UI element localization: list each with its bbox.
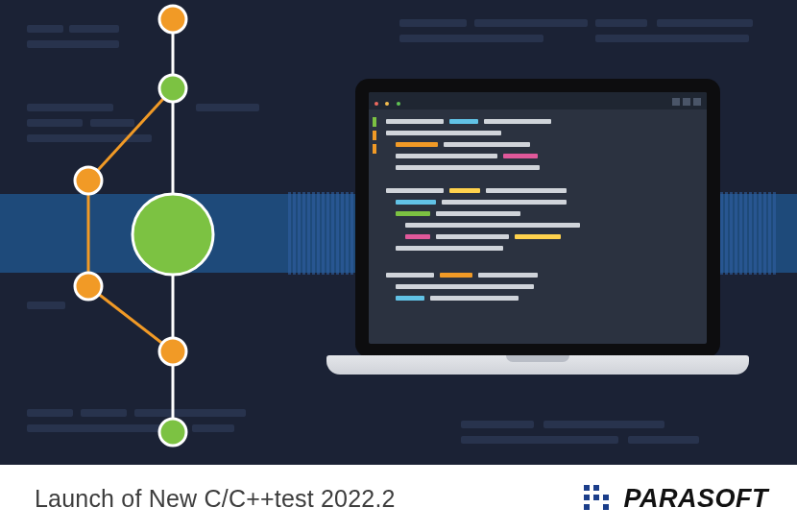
svg-point-7 <box>159 6 186 33</box>
brand-mark-icon <box>584 485 616 512</box>
svg-line-6 <box>88 286 173 351</box>
laptop-base <box>326 355 749 375</box>
window-controls <box>669 92 701 109</box>
editor-titlebar <box>369 92 707 109</box>
svg-point-8 <box>159 75 186 102</box>
svg-rect-15 <box>593 485 599 491</box>
svg-rect-19 <box>584 504 590 510</box>
brand-name: PARASOFT <box>624 484 769 514</box>
laptop-bezel <box>355 79 720 357</box>
laptop-notch <box>506 355 569 362</box>
laptop-screen <box>369 92 707 344</box>
hero-graphic <box>0 0 797 465</box>
svg-point-9 <box>75 167 102 194</box>
footer-bar: Launch of New C/C++test 2022.2 PARASOFT <box>0 465 797 532</box>
svg-rect-18 <box>603 495 609 500</box>
headline-text: Launch of New C/C++test 2022.2 <box>35 485 396 513</box>
svg-rect-16 <box>584 495 590 500</box>
branch-graph <box>0 0 317 465</box>
brand-logo: PARASOFT <box>584 484 769 514</box>
traffic-lights <box>374 92 403 109</box>
laptop-illustration <box>326 79 749 396</box>
svg-point-12 <box>159 338 186 365</box>
svg-point-11 <box>75 273 102 300</box>
svg-point-10 <box>133 194 213 275</box>
svg-rect-14 <box>584 485 590 491</box>
svg-rect-17 <box>593 495 599 500</box>
svg-line-4 <box>88 88 173 181</box>
svg-point-13 <box>159 419 186 446</box>
svg-rect-20 <box>603 504 609 510</box>
